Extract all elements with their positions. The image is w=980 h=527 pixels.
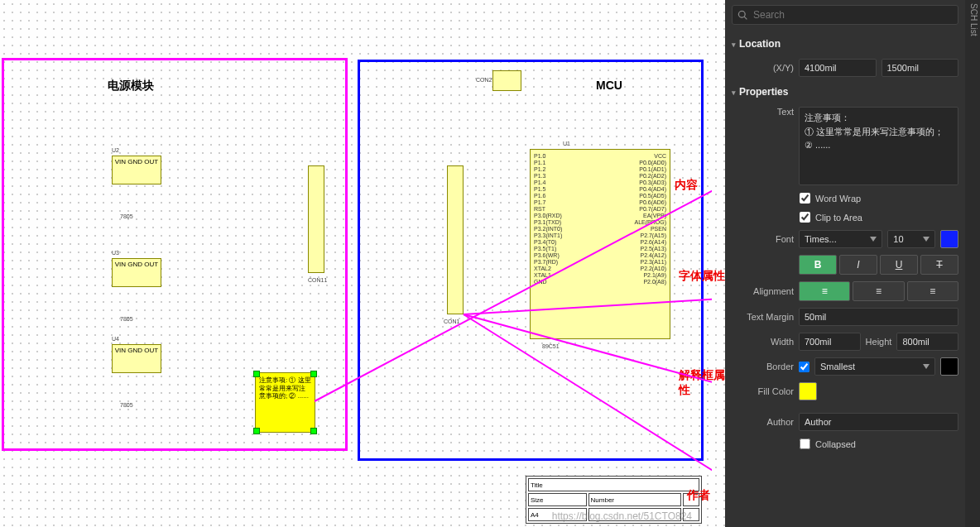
- properties-panel: Location (X/Y) Properties Text 注意事项： ① 这…: [725, 0, 965, 527]
- margin-input[interactable]: [799, 308, 958, 326]
- mcu-chip: P1.0P1.1P1.2P1.3P1.4P1.5P1.6P1.7RSTP3.0(…: [530, 149, 670, 339]
- align-left-button[interactable]: ≡: [799, 281, 850, 301]
- side-tab[interactable]: SCH List: [965, 0, 980, 527]
- bold-button[interactable]: B: [799, 255, 837, 275]
- search-field[interactable]: [732, 5, 958, 25]
- annot-font: 字体属性: [679, 269, 725, 284]
- font-label: Font: [732, 234, 794, 244]
- annot-frame: 解释框属性: [679, 368, 725, 398]
- author-input[interactable]: [799, 413, 958, 431]
- vreg-u4: VIN GND OUT: [112, 344, 161, 373]
- clip-check[interactable]: Clip to Area: [800, 212, 958, 223]
- height-input[interactable]: [896, 333, 958, 351]
- border-color-swatch[interactable]: [940, 357, 958, 376]
- mcu-pins-right: VCCP0.0(AD0)P0.1(AD1)P0.2(AD2)P0.3(AD3)P…: [634, 153, 666, 335]
- text-label: Text: [732, 107, 794, 117]
- section-location[interactable]: Location: [732, 33, 958, 55]
- align-right-button[interactable]: ≡: [907, 281, 958, 301]
- power-module-title: 电源模块: [108, 79, 154, 93]
- annot-content: 内容: [675, 178, 698, 193]
- x-input[interactable]: [799, 59, 877, 77]
- watermark: https://blog.csdn.net/51CTO824: [552, 510, 692, 522]
- connector-j4: [447, 165, 464, 314]
- search-icon: [737, 10, 748, 21]
- height-label: Height: [866, 337, 892, 347]
- section-properties[interactable]: Properties: [732, 81, 958, 103]
- text-input[interactable]: 注意事项： ① 这里常常是用来写注意事项的； ② ......: [799, 107, 958, 185]
- border-label: Border: [732, 362, 794, 371]
- border-style-select[interactable]: Smallest: [814, 357, 935, 376]
- font-color-swatch[interactable]: [940, 230, 958, 248]
- annot-author: 作者: [687, 488, 710, 503]
- mcu-pins-left: P1.0P1.1P1.2P1.3P1.4P1.5P1.6P1.7RSTP3.0(…: [534, 153, 562, 335]
- vreg-u2: VIN GND OUT: [112, 156, 161, 184]
- text-frame-selected[interactable]: 注意事项: ① 这里常常是用来写注意事项的; ② ......: [255, 372, 315, 433]
- mcu-title: MCU: [596, 79, 622, 92]
- connector-j1: [492, 70, 521, 91]
- fill-color-swatch[interactable]: [799, 382, 817, 400]
- align-label: Alignment: [732, 286, 794, 296]
- width-input[interactable]: [799, 333, 861, 351]
- y-input[interactable]: [882, 59, 959, 77]
- connector-j3: [308, 165, 324, 273]
- author-label: Author: [732, 417, 794, 427]
- font-family-select[interactable]: Times...: [799, 230, 882, 248]
- collapsed-check[interactable]: Collapsed: [800, 438, 958, 449]
- search-input[interactable]: [753, 9, 953, 21]
- underline-button[interactable]: U: [880, 255, 918, 275]
- align-center-button[interactable]: ≡: [853, 281, 904, 301]
- xy-label: (X/Y): [732, 63, 794, 73]
- font-size-select[interactable]: 10: [887, 230, 935, 248]
- vreg-u3: VIN GND OUT: [112, 258, 161, 287]
- italic-button[interactable]: I: [839, 255, 877, 275]
- margin-label: Text Margin: [732, 312, 794, 322]
- fill-label: Fill Color: [732, 386, 794, 396]
- schematic-canvas[interactable]: 电源模块 MCU VIN GND OUT U2 7805 VIN GND OUT…: [0, 0, 725, 527]
- border-check[interactable]: [799, 362, 809, 372]
- wordwrap-check[interactable]: Word Wrap: [800, 193, 958, 204]
- strike-button[interactable]: T: [920, 255, 958, 275]
- width-label: Width: [732, 337, 794, 347]
